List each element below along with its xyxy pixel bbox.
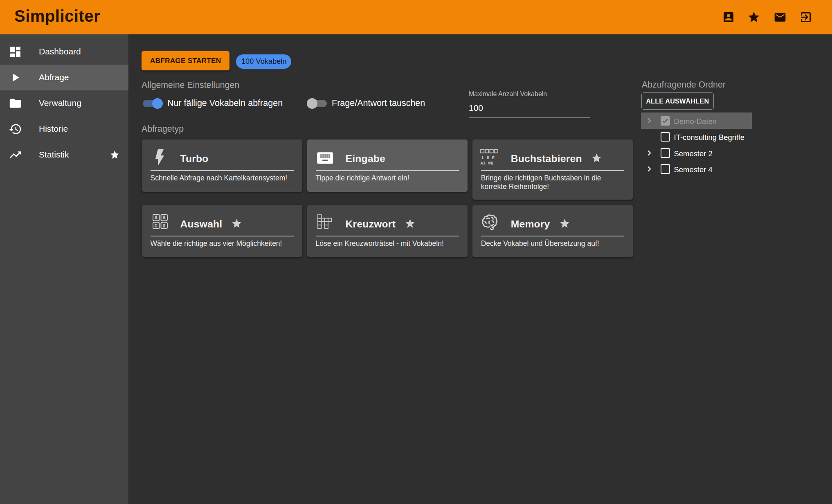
svg-text:L H E: L H E	[481, 155, 495, 160]
svg-text:AI WQ: AI WQ	[480, 161, 493, 165]
svg-text:A: A	[154, 216, 157, 221]
svg-text:B: B	[162, 216, 165, 221]
svg-text:C: C	[154, 223, 157, 229]
svg-text:D: D	[162, 223, 165, 229]
